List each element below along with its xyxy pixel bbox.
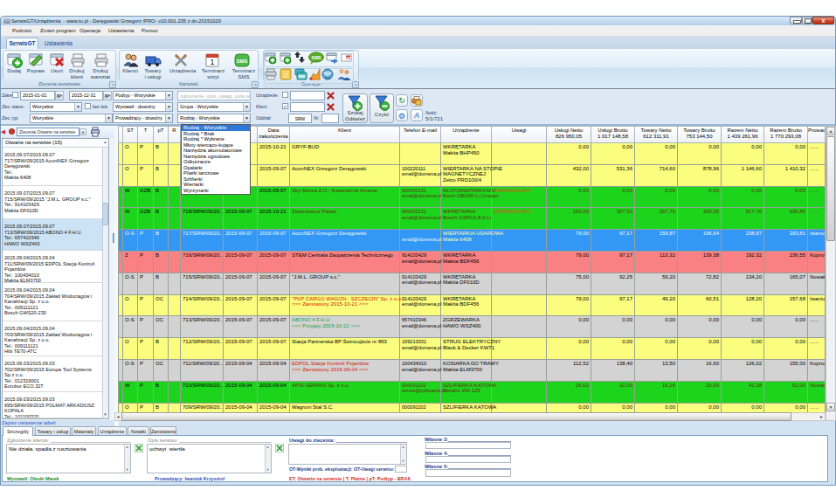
svg-text:SMS: SMS xyxy=(236,59,247,64)
svg-text:1: 1 xyxy=(210,58,214,66)
svg-text:SMS: SMS xyxy=(312,55,322,60)
